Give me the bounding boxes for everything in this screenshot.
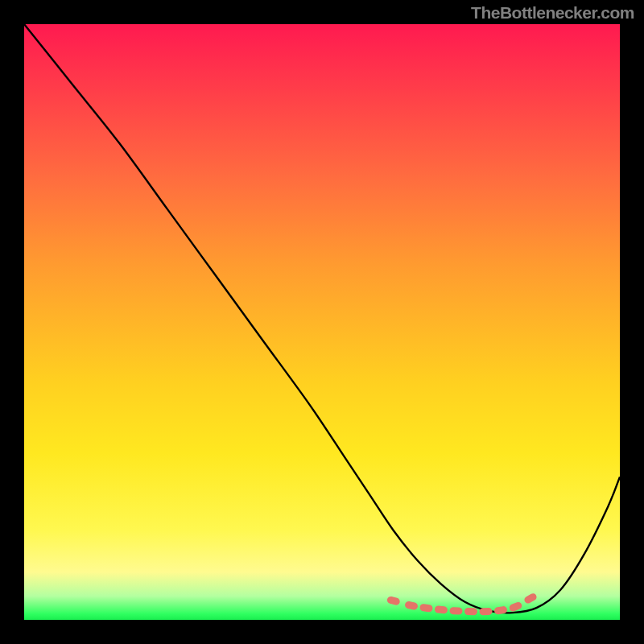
trough-marker	[464, 608, 477, 615]
chart-plot-area	[24, 24, 620, 620]
chart-svg	[24, 24, 620, 620]
trough-marker	[523, 592, 538, 605]
trough-marker	[449, 607, 463, 615]
curve-line	[24, 24, 620, 613]
trough-marker	[479, 608, 492, 616]
trough-marker	[404, 601, 419, 610]
trough-marker	[386, 596, 401, 606]
trough-marker	[508, 601, 522, 613]
trough-marker	[419, 604, 433, 613]
trough-marker	[435, 605, 448, 614]
source-label: TheBottlenecker.com	[471, 3, 634, 23]
